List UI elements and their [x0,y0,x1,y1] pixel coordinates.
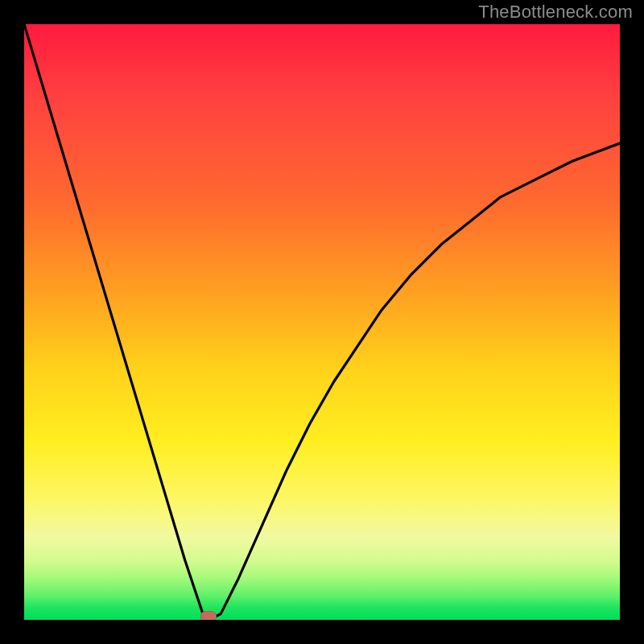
watermark-text: TheBottleneck.com [478,2,633,23]
optimal-point-marker [200,611,217,620]
chart-frame: TheBottleneck.com [0,0,644,644]
plot-area [24,24,620,620]
bottleneck-curve [24,24,620,620]
